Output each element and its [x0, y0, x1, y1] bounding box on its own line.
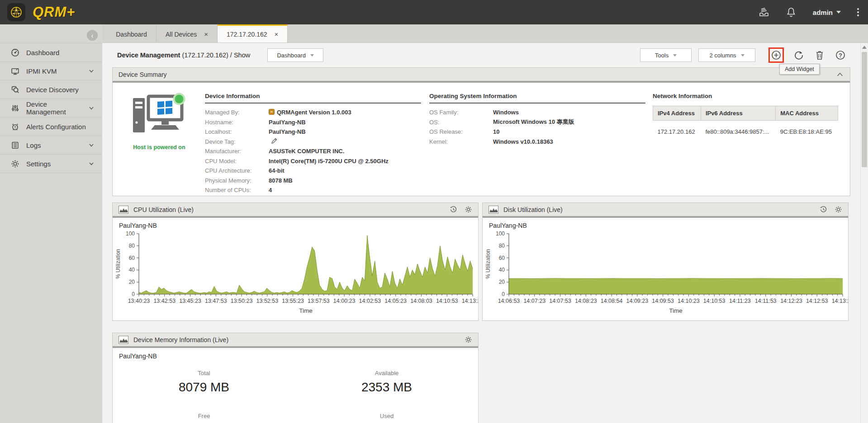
- scrollbar-up-arrow[interactable]: [862, 46, 867, 49]
- info-value: Windows v10.0.18363: [493, 138, 553, 145]
- ipv6-value: fe80::809a:3446:9857:...: [701, 121, 775, 140]
- info-label: OS Release:: [429, 128, 493, 135]
- sidebar-collapse-button[interactable]: ‹: [87, 30, 98, 41]
- svg-text:14:05:23: 14:05:23: [384, 298, 407, 304]
- breadcrumb-rest: (172.17.20.162) / Show: [180, 52, 250, 59]
- info-value: Intel(R) Core(TM) i5-7200U CPU @ 2.50GHz: [269, 158, 389, 164]
- disk-utilization-chart: 02040608010014:06:5314:07:2314:07:5314:0…: [483, 229, 848, 315]
- svg-text:100: 100: [126, 230, 135, 237]
- sidebar-item[interactable]: Device Discovery: [0, 80, 102, 99]
- svg-text:14:00:23: 14:00:23: [333, 298, 356, 304]
- topbar: QRM+ admin: [0, 0, 868, 24]
- chevron-down-icon: [741, 54, 745, 56]
- user-menu[interactable]: admin: [813, 9, 841, 16]
- gear-icon: [10, 159, 19, 168]
- svg-text:14:11:53: 14:11:53: [755, 298, 777, 304]
- collapse-chevron-up-icon[interactable]: [836, 70, 844, 79]
- delete-trash-button[interactable]: [814, 49, 825, 61]
- view-select[interactable]: Dashboard: [267, 48, 323, 62]
- gear-icon[interactable]: [464, 206, 472, 214]
- help-button[interactable]: ?: [835, 49, 846, 61]
- sidebar-item[interactable]: IPMI KVM: [0, 62, 102, 80]
- svg-text:20: 20: [129, 279, 135, 285]
- network-column-header: MAC Address: [776, 106, 838, 121]
- tab[interactable]: 172.17.20.162 ×: [218, 24, 288, 42]
- svg-text:% Utilization: % Utilization: [485, 249, 491, 279]
- sidebar-item-label: Device Management: [26, 100, 80, 116]
- info-value: PaulYang-NB: [269, 119, 306, 126]
- svg-text:14:07:53: 14:07:53: [549, 298, 571, 304]
- svg-text:Time: Time: [299, 307, 313, 314]
- os-info-title: Operating System Information: [429, 93, 645, 103]
- history-icon[interactable]: [819, 206, 827, 214]
- disk-panel-title: Disk Utilization (Live): [503, 206, 563, 213]
- sidebar-item[interactable]: Dashboard: [0, 43, 102, 62]
- info-value: 10: [493, 128, 499, 135]
- edit-pencil-icon[interactable]: [271, 137, 278, 146]
- sidebar-item-label: Dashboard: [26, 49, 96, 56]
- memory-stat-label: Free: [113, 413, 295, 419]
- history-icon[interactable]: [449, 206, 457, 214]
- tools-select-value: Tools: [655, 52, 669, 59]
- device-summary-header[interactable]: Device Summary: [113, 68, 850, 83]
- svg-text:14:08:23: 14:08:23: [575, 298, 597, 304]
- tools-select[interactable]: Tools: [640, 48, 692, 62]
- svg-text:20: 20: [499, 279, 505, 285]
- network-table: IPv4 AddressIPv6 AddressMAC Address 172.…: [653, 106, 838, 140]
- vertical-scrollbar[interactable]: [860, 43, 868, 423]
- sidebar-item[interactable]: Logs: [0, 136, 102, 155]
- logs-list-icon: [10, 141, 19, 150]
- info-label: OS Family:: [429, 109, 493, 116]
- svg-text:40: 40: [499, 267, 505, 273]
- info-label: CPU Architecture:: [205, 167, 269, 174]
- network-info-title: Network Information: [653, 93, 838, 99]
- tab[interactable]: All Devices ×: [157, 24, 218, 42]
- memory-stat-value: 2353 MB: [295, 380, 478, 395]
- svg-text:13:55:23: 13:55:23: [282, 298, 304, 304]
- device-info-row: Device Tag:: [205, 137, 429, 147]
- area-chart-icon: [489, 206, 498, 214]
- sidebar-item-label: IPMI KVM: [26, 67, 80, 75]
- device-info-row: CPU Architecture: 64-bit: [205, 166, 429, 176]
- sidebar-item[interactable]: Device Management: [0, 99, 102, 118]
- gear-icon[interactable]: [834, 206, 842, 214]
- tab[interactable]: Dashboard: [107, 24, 157, 42]
- device-info-row: Number of CPUs: 4: [205, 185, 429, 195]
- sidebar: ‹ Dashboard: [0, 24, 102, 423]
- tasks-tray-icon[interactable]: [759, 7, 769, 18]
- memory-stat-cell: Total 8079 MB: [113, 370, 295, 395]
- os-info-row: OS Release: 10: [429, 127, 653, 137]
- tab-close-icon[interactable]: ×: [275, 31, 279, 38]
- notifications-bell-icon[interactable]: [786, 7, 797, 18]
- overflow-menu-icon[interactable]: [857, 8, 859, 16]
- add-widget-button[interactable]: [770, 49, 782, 61]
- gear-icon[interactable]: [464, 336, 472, 344]
- disk-chart-host-label: PaulYang-NB: [483, 218, 848, 229]
- chevron-down-icon: [87, 141, 96, 150]
- sidebar-item[interactable]: Alerts Configuration: [0, 118, 102, 136]
- monitor-icon: [10, 66, 19, 75]
- info-label: CPU Model:: [205, 158, 269, 164]
- content-area: Device Management (172.17.20.162) / Show…: [102, 43, 868, 423]
- device-info-row: Managed By: QRMAgent Version 1.0.003: [205, 108, 429, 118]
- mac-value: 9C:EB:E8:18:AE:95: [776, 121, 838, 140]
- tab-close-icon[interactable]: ×: [204, 31, 208, 38]
- memory-panel-title: Device Memory Information (Live): [133, 336, 228, 343]
- refresh-button[interactable]: [793, 49, 805, 61]
- columns-select[interactable]: 2 columns: [698, 48, 755, 62]
- sidebar-item[interactable]: Settings: [0, 155, 102, 173]
- svg-text:14:08:03: 14:08:03: [410, 298, 432, 304]
- tab-label: 172.17.20.162: [227, 31, 267, 38]
- info-value: Windows: [493, 109, 519, 116]
- info-value: ASUSTeK COMPUTER INC.: [269, 148, 344, 155]
- svg-text:14:12:53: 14:12:53: [806, 298, 828, 304]
- memory-stat-cell: Used 5726 MB: [295, 413, 478, 423]
- cpu-utilization-panel: CPU Utilization (Live): [112, 202, 479, 321]
- tabbar: Dashboard All Devices × 172.17.20.162 ×: [102, 24, 868, 43]
- add-widget-highlight: [768, 47, 784, 63]
- scrollbar-thumb[interactable]: [862, 52, 867, 167]
- sidebar-item-label: Settings: [26, 160, 80, 168]
- breadcrumb-bold: Device Management: [117, 52, 180, 59]
- cpu-chart-host-label: PaulYang-NB: [113, 218, 478, 229]
- svg-text:0: 0: [502, 291, 505, 297]
